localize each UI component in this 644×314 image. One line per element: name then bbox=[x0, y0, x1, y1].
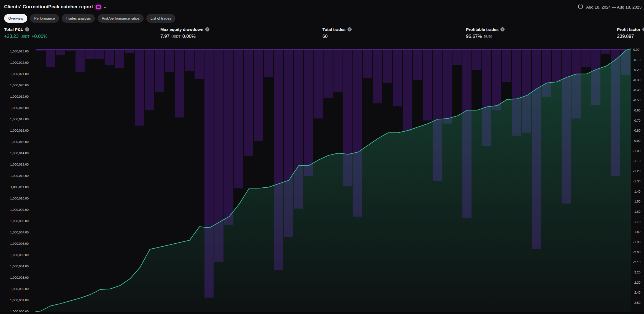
stat-value: 96.67% bbox=[466, 34, 482, 39]
equity-drawdown-chart[interactable]: 1,000,023.001,000,022.001,000,021.001,00… bbox=[0, 0, 644, 314]
drawdown-bar[interactable] bbox=[46, 50, 55, 67]
tab-risk-performance-ratios[interactable]: Risk/performance ratios bbox=[98, 14, 144, 23]
drawdown-bar[interactable] bbox=[56, 50, 65, 55]
time-axis-strip[interactable] bbox=[0, 312, 644, 314]
drawdown-bar[interactable] bbox=[175, 50, 184, 118]
left-axis-tick: 1,000,002.00 bbox=[10, 287, 29, 291]
drawdown-bar[interactable] bbox=[581, 50, 591, 67]
right-axis-tick: -2.00 bbox=[633, 251, 640, 254]
right-axis-tick: -2.30 bbox=[633, 281, 640, 284]
drawdown-bar[interactable] bbox=[502, 50, 511, 82]
drawdown-zero-line bbox=[36, 49, 631, 50]
left-axis-tick: 1,000,012.00 bbox=[10, 174, 29, 177]
right-axis-tick: -2.10 bbox=[633, 260, 640, 264]
drawdown-bar[interactable] bbox=[36, 50, 45, 51]
drawdown-bar[interactable] bbox=[264, 50, 273, 77]
drawdown-bar[interactable] bbox=[195, 50, 204, 79]
left-axis-tick: 1,000,005.00 bbox=[10, 253, 29, 257]
drawdown-bar[interactable] bbox=[452, 50, 462, 65]
left-axis-tick: 1,000,003.00 bbox=[10, 276, 29, 279]
drawdown-bar[interactable] bbox=[552, 50, 561, 82]
info-icon[interactable]: i bbox=[500, 27, 505, 31]
drawdown-bar[interactable] bbox=[492, 50, 501, 110]
drawdown-bar[interactable] bbox=[393, 50, 402, 106]
right-axis-tick: -0.60 bbox=[633, 109, 640, 112]
left-axis-tick: 1,000,009.00 bbox=[10, 208, 29, 211]
stat-total-p-l: Total P&Li+23.23USDT+0.00% bbox=[4, 27, 47, 39]
date-range-picker[interactable]: Aug 18, 2024 — Aug 18, 2025 bbox=[578, 3, 642, 10]
stat-value: 7.97 bbox=[160, 34, 169, 39]
drawdown-bar[interactable] bbox=[443, 50, 452, 124]
page-title: Clients' Correction/Peak catcher report bbox=[4, 4, 93, 10]
tab-overview[interactable]: Overview bbox=[4, 14, 27, 23]
right-axis-tick: -1.10 bbox=[633, 159, 640, 163]
stat-value: +23.23 bbox=[4, 34, 18, 39]
bot-icon bbox=[96, 5, 101, 9]
drawdown-bar[interactable] bbox=[76, 50, 85, 72]
drawdown-bar[interactable] bbox=[472, 50, 481, 70]
stat-value: 239.897 bbox=[617, 34, 634, 39]
drawdown-bar[interactable] bbox=[224, 50, 233, 225]
drawdown-bar[interactable] bbox=[244, 50, 253, 156]
left-axis-tick: 1,000,015.00 bbox=[10, 140, 29, 143]
drawdown-bar[interactable] bbox=[135, 50, 144, 126]
tab-performance[interactable]: Performance bbox=[30, 14, 59, 23]
info-icon[interactable]: i bbox=[347, 27, 352, 31]
stat-unit: 58/60 bbox=[484, 35, 492, 39]
left-axis-tick: 1,000,023.00 bbox=[10, 50, 29, 53]
drawdown-bar[interactable] bbox=[125, 50, 134, 53]
date-range-label: Aug 18, 2024 — Aug 18, 2025 bbox=[586, 5, 642, 9]
left-axis-tick: 1,000,013.00 bbox=[10, 163, 29, 166]
right-axis-tick: -0.10 bbox=[633, 58, 640, 62]
drawdown-bar[interactable] bbox=[423, 50, 432, 121]
drawdown-bar[interactable] bbox=[85, 50, 95, 59]
tab-list-of-trades[interactable]: List of trades bbox=[146, 14, 175, 23]
right-axis-tick: -1.70 bbox=[633, 220, 640, 223]
stat-profit-factor: Profit factori239.897 bbox=[617, 27, 644, 39]
right-axis-tick: -0.40 bbox=[633, 89, 640, 92]
tab-trades-analysis[interactable]: Trades analysis bbox=[62, 14, 95, 23]
drawdown-bar[interactable] bbox=[115, 50, 124, 68]
stat-label: Max equity drawdown bbox=[160, 27, 203, 32]
drawdown-bar[interactable] bbox=[373, 50, 382, 103]
drawdown-bar[interactable] bbox=[95, 50, 104, 59]
left-axis-tick: 1,000,021.00 bbox=[10, 72, 29, 76]
drawdown-bar[interactable] bbox=[234, 50, 243, 188]
left-axis-tick: 1,000,010.00 bbox=[10, 197, 29, 200]
drawdown-bar[interactable] bbox=[155, 50, 164, 92]
drawdown-bar[interactable] bbox=[601, 50, 610, 54]
report-tabs: OverviewPerformanceTrades analysisRisk/p… bbox=[4, 14, 175, 23]
left-axis-tick: 1,000,018.00 bbox=[10, 106, 29, 110]
drawdown-bar[interactable] bbox=[254, 50, 263, 141]
drawdown-bar[interactable] bbox=[185, 50, 194, 71]
left-axis-tick: 1,000,017.00 bbox=[10, 118, 29, 121]
drawdown-bar[interactable] bbox=[304, 50, 313, 176]
drawdown-bar[interactable] bbox=[105, 50, 114, 65]
left-axis-tick: 1,000,004.00 bbox=[10, 265, 29, 268]
right-axis-tick: -1.60 bbox=[633, 210, 640, 213]
stat-unit: USDT bbox=[171, 35, 180, 39]
drawdown-bar[interactable] bbox=[383, 50, 392, 83]
drawdown-bar[interactable] bbox=[413, 50, 422, 80]
drawdown-bar[interactable] bbox=[66, 50, 75, 51]
info-icon[interactable]: i bbox=[205, 27, 209, 31]
drawdown-bar[interactable] bbox=[333, 50, 343, 92]
drawdown-bar[interactable] bbox=[403, 50, 412, 131]
left-axis-tick: 1,000,014.00 bbox=[10, 151, 29, 155]
drawdown-bar[interactable] bbox=[314, 50, 323, 118]
stat-suffix: 0.00% bbox=[182, 34, 196, 39]
calendar-icon bbox=[578, 4, 583, 10]
stat-max-equity-drawdown: Max equity drawdowni7.97USDT0.00% bbox=[160, 27, 209, 39]
drawdown-bar[interactable] bbox=[324, 50, 333, 98]
report-header: Clients' Correction/Peak catcher report bbox=[4, 3, 107, 10]
drawdown-bar[interactable] bbox=[145, 50, 154, 110]
drawdown-bar[interactable] bbox=[363, 50, 372, 78]
drawdown-bar[interactable] bbox=[165, 50, 174, 72]
info-icon[interactable]: i bbox=[25, 27, 29, 31]
stat-label: Profitable trades bbox=[466, 27, 499, 32]
chevron-down-icon[interactable] bbox=[103, 5, 107, 9]
info-icon[interactable]: i bbox=[642, 27, 644, 31]
right-axis-tick: -1.90 bbox=[633, 240, 640, 244]
stat-label: Total P&L bbox=[4, 27, 23, 32]
right-axis-tick: -2.40 bbox=[633, 291, 640, 294]
